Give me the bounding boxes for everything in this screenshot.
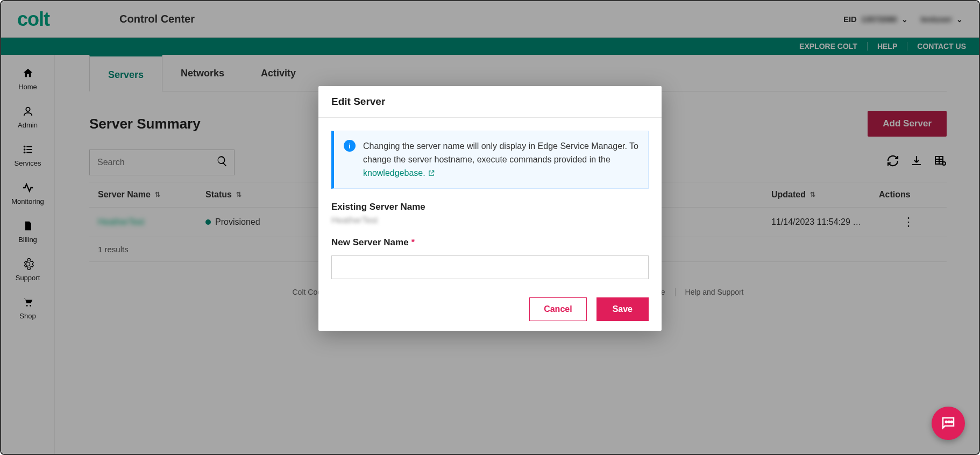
svg-point-15 xyxy=(948,421,950,423)
link-label: knowledgebase. xyxy=(363,168,425,177)
existing-name-label: Existing Server Name xyxy=(331,202,649,212)
knowledgebase-link[interactable]: knowledgebase. xyxy=(363,168,435,177)
edit-server-modal: Edit Server i Changing the server name w… xyxy=(318,86,662,331)
required-indicator: * xyxy=(411,237,415,247)
modal-actions: Cancel Save xyxy=(318,297,662,321)
info-text-body: Changing the server name will only displ… xyxy=(363,141,638,164)
new-server-name-input[interactable] xyxy=(331,255,649,279)
new-name-label: New Server Name * xyxy=(331,237,649,248)
info-text: Changing the server name will only displ… xyxy=(363,140,638,180)
external-link-icon xyxy=(428,169,435,177)
chat-icon xyxy=(940,415,956,431)
chat-fab[interactable] xyxy=(932,407,965,440)
modal-body: i Changing the server name will only dis… xyxy=(318,118,662,292)
cancel-button[interactable]: Cancel xyxy=(529,297,586,321)
modal-overlay[interactable]: Edit Server i Changing the server name w… xyxy=(1,1,979,454)
svg-point-16 xyxy=(951,421,953,423)
save-button[interactable]: Save xyxy=(596,297,649,321)
info-icon: i xyxy=(344,140,356,152)
existing-name-value: HeatherTest xyxy=(331,216,649,225)
modal-title: Edit Server xyxy=(318,86,662,118)
info-box: i Changing the server name will only dis… xyxy=(331,131,649,189)
label-text: New Server Name xyxy=(331,237,409,247)
svg-point-14 xyxy=(946,421,947,423)
